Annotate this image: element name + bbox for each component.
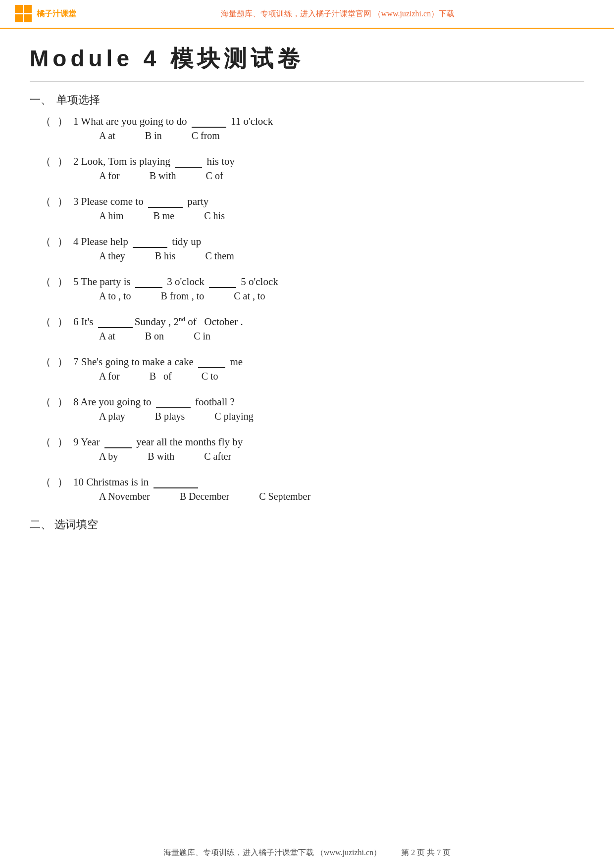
q3-paren-close: ）	[56, 194, 68, 208]
q1-blank	[192, 114, 226, 128]
q7-options: A for B of C to	[40, 371, 574, 382]
question-4-row: （ ） 4 Please help tidy up	[40, 235, 574, 248]
q5-opt-b: B from , to	[160, 290, 204, 302]
q2-paren-open: （	[40, 154, 51, 168]
footer: 海量题库、专项训练，进入橘子汁课堂下载 （www.juzizhi.cn） 第 2…	[0, 848, 614, 858]
question-5-block: （ ） 5 The party is 3 o'clock 5 o'clock A…	[0, 272, 614, 312]
question-9-row: （ ） 9 Year year all the months fly by	[40, 435, 574, 449]
q7-opt-a: A for	[99, 371, 120, 382]
q2-options: A for B with C of	[40, 170, 574, 182]
q6-paren-close: ）	[56, 315, 68, 329]
q7-opt-c: C to	[202, 371, 218, 382]
q2-opt-c: C of	[206, 170, 223, 182]
question-4-block: （ ） 4 Please help tidy up A they B his C…	[0, 232, 614, 272]
section2-title: 二、 选词填空	[0, 512, 614, 534]
q3-text: 3 Please come to party	[73, 194, 208, 208]
q5-opt-c: C at , to	[234, 290, 265, 302]
logo-text: 橘子汁课堂	[37, 9, 76, 19]
q5-paren-open: （	[40, 275, 51, 289]
q1-paren-close: ）	[56, 114, 68, 128]
q2-paren-close: ）	[56, 154, 68, 168]
question-3-block: （ ） 3 Please come to party A him B me C …	[0, 192, 614, 232]
q3-paren-open: （	[40, 194, 51, 208]
footer-page: 第 2 页 共 7 页	[401, 848, 451, 858]
q6-opt-a: A at	[99, 331, 115, 342]
q7-opt-b: B of	[150, 371, 172, 382]
q5-opt-a: A to , to	[99, 290, 131, 302]
q1-text: 1 What are you going to do 11 o'clock	[73, 114, 273, 128]
q1-options: A at B in C from	[40, 130, 574, 142]
page-title: Module 4 模块测试卷	[0, 29, 614, 79]
question-6-row: （ ） 6 It's Sunday , 2nd of October .	[40, 315, 574, 329]
q9-blank	[104, 435, 132, 448]
section2-name: 选词填空	[54, 518, 98, 530]
q1-paren-open: （	[40, 114, 51, 128]
q7-paren-open: （	[40, 355, 51, 369]
question-10-block: （ ） 10 Christmas is in A November B Dece…	[0, 472, 614, 512]
q5-paren-close: ）	[56, 275, 68, 289]
section1-title: 一、 单项选择	[0, 84, 614, 111]
logo-icon	[15, 5, 33, 23]
question-7-block: （ ） 7 She's going to make a cake me A fo…	[0, 352, 614, 392]
q8-opt-a: A play	[99, 411, 125, 422]
title-text: Module 4 模块测试卷	[30, 46, 304, 71]
q7-text: 7 She's going to make a cake me	[73, 355, 243, 368]
q4-paren-open: （	[40, 235, 51, 248]
q10-opt-a: A November	[99, 491, 150, 502]
question-9-block: （ ） 9 Year year all the months fly by A …	[0, 432, 614, 472]
question-2-block: （ ） 2 Look, Tom is playing his toy A for…	[0, 151, 614, 192]
section2-label: 二、	[30, 518, 51, 530]
q4-opt-c: C them	[205, 250, 234, 262]
q3-options: A him B me C his	[40, 210, 574, 222]
q8-paren-close: ）	[56, 395, 68, 409]
question-3-row: （ ） 3 Please come to party	[40, 194, 574, 208]
question-6-block: （ ） 6 It's Sunday , 2nd of October . A a…	[0, 312, 614, 352]
question-7-row: （ ） 7 She's going to make a cake me	[40, 355, 574, 369]
section1-name: 单项选择	[56, 93, 100, 107]
q10-options: A November B December C September	[40, 491, 574, 502]
q2-blank	[175, 154, 202, 168]
logo-box: 橘子汁课堂	[15, 5, 76, 23]
question-8-block: （ ） 8 Are you going to football ? A play…	[0, 392, 614, 432]
q9-text: 9 Year year all the months fly by	[73, 435, 243, 448]
q10-text: 10 Christmas is in	[73, 475, 200, 488]
q8-blank	[156, 395, 191, 408]
q9-opt-a: A by	[99, 451, 118, 462]
question-10-row: （ ） 10 Christmas is in	[40, 475, 574, 489]
q9-paren-close: ）	[56, 435, 68, 449]
q7-blank	[198, 355, 225, 368]
q6-options: A at B on C in	[40, 331, 574, 342]
q9-options: A by B with C after	[40, 451, 574, 462]
q5-blank2	[209, 275, 236, 288]
q6-blank	[98, 315, 133, 328]
q1-opt-a: A at	[99, 130, 115, 142]
q9-opt-c: C after	[204, 451, 231, 462]
q3-opt-a: A him	[99, 210, 123, 222]
question-1-row: （ ） 1 What are you going to do 11 o'cloc…	[40, 114, 574, 128]
q10-paren-close: ）	[56, 475, 68, 489]
question-1-block: （ ） 1 What are you going to do 11 o'cloc…	[0, 111, 614, 151]
question-5-row: （ ） 5 The party is 3 o'clock 5 o'clock	[40, 275, 574, 289]
q1-opt-c: C from	[192, 130, 220, 142]
q2-opt-b: B with	[150, 170, 176, 182]
header-tagline: 海量题库、专项训练，进入橘子汁课堂官网 （www.juzizhi.cn）下载	[76, 9, 599, 19]
q3-opt-c: C his	[204, 210, 225, 222]
q9-paren-open: （	[40, 435, 51, 449]
q8-options: A play B plays C playing	[40, 411, 574, 422]
q6-text: 6 It's Sunday , 2nd of October .	[73, 315, 243, 328]
q4-blank	[133, 235, 167, 248]
footer-tagline: 海量题库、专项训练，进入橘子汁课堂下载 （www.juzizhi.cn）	[163, 848, 381, 858]
q6-opt-c: C in	[194, 331, 210, 342]
q2-opt-a: A for	[99, 170, 120, 182]
q4-opt-b: B his	[155, 250, 176, 262]
q5-blank1	[135, 275, 162, 288]
q10-paren-open: （	[40, 475, 51, 489]
q1-opt-b: B in	[145, 130, 162, 142]
q4-opt-a: A they	[99, 250, 125, 262]
q8-text: 8 Are you going to football ?	[73, 395, 235, 408]
q4-text: 4 Please help tidy up	[73, 235, 201, 248]
q7-paren-close: ）	[56, 355, 68, 369]
q3-opt-b: B me	[153, 210, 174, 222]
header: 橘子汁课堂 海量题库、专项训练，进入橘子汁课堂官网 （www.juzizhi.c…	[0, 0, 614, 29]
title-divider	[30, 81, 584, 82]
